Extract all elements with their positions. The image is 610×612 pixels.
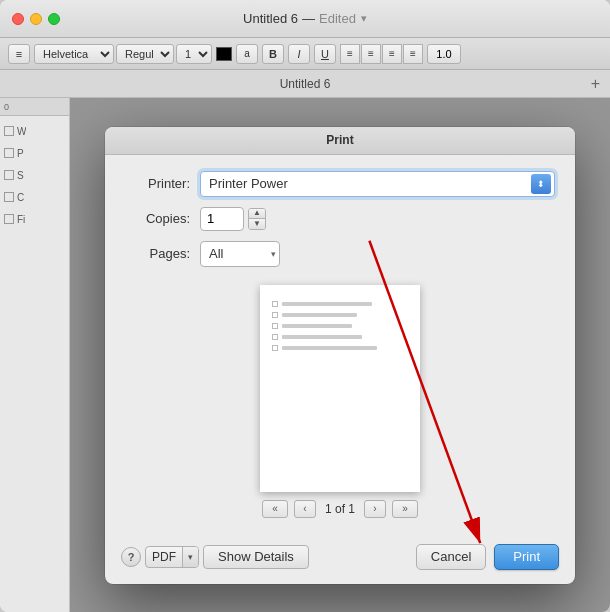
align-center-btn[interactable]: ≡ — [361, 44, 381, 64]
dialog-title: Print — [326, 133, 353, 147]
sidebar-item-3: S — [0, 164, 69, 186]
page-preview — [260, 285, 420, 492]
title-bar: Untitled 6 — Edited ▾ — [0, 0, 610, 38]
pages-select-wrapper: All ▾ — [200, 241, 280, 267]
tab-bar: Untitled 6 + — [0, 70, 610, 98]
printer-select-wrapper: Printer Power ⬍ — [200, 171, 555, 197]
copies-decrement-btn[interactable]: ▼ — [249, 219, 265, 229]
page-navigation: « ‹ 1 of 1 › » — [262, 500, 418, 518]
help-button[interactable]: ? — [121, 547, 141, 567]
preview-text-3 — [282, 324, 352, 328]
preview-text-4 — [282, 335, 362, 339]
document-status: Edited — [319, 11, 356, 26]
pdf-label: PDF — [146, 550, 182, 564]
next-page-btn[interactable]: › — [364, 500, 386, 518]
copies-label: Copies: — [125, 211, 190, 226]
prev-page-btn[interactable]: ‹ — [294, 500, 316, 518]
sidebar-label-3: S — [17, 170, 24, 181]
pdf-button[interactable]: PDF ▾ — [145, 546, 199, 568]
preview-line-3 — [272, 323, 408, 329]
sidebar-label-4: C — [17, 192, 24, 203]
font-style-select[interactable]: Regular — [116, 44, 174, 64]
align-group: ≡ ≡ ≡ ≡ — [340, 44, 423, 64]
title-separator: — — [302, 11, 315, 26]
line-spacing-control[interactable]: 1.0 — [427, 44, 461, 64]
close-button[interactable] — [12, 13, 24, 25]
copies-input-wrap: ▲ ▼ — [200, 207, 266, 231]
printer-label: Printer: — [125, 176, 190, 191]
list-icon: ≡ — [16, 48, 22, 60]
cancel-button[interactable]: Cancel — [416, 544, 486, 570]
sidebar-label-5: Fi — [17, 214, 25, 225]
printer-select-arrow: ⬍ — [531, 174, 551, 194]
font-size-select[interactable]: 12 — [176, 44, 212, 64]
preview-text-1 — [282, 302, 372, 306]
align-justify-btn[interactable]: ≡ — [403, 44, 423, 64]
dialog-title-bar: Print — [105, 127, 575, 155]
checkbox-5[interactable] — [4, 214, 14, 224]
pages-select[interactable]: All — [200, 241, 280, 267]
print-button[interactable]: Print — [494, 544, 559, 570]
align-left-btn[interactable]: ≡ — [340, 44, 360, 64]
preview-text-2 — [282, 313, 357, 317]
sidebar-item-1: W — [0, 120, 69, 142]
printer-select[interactable]: Printer Power — [200, 171, 555, 197]
add-tab-btn[interactable]: + — [591, 76, 600, 92]
window-title: Untitled 6 — Edited ▾ — [243, 11, 367, 26]
dialog-overlay: Print Printer: Printer Power — [70, 98, 610, 612]
first-page-btn[interactable]: « — [262, 500, 288, 518]
printer-row: Printer: Printer Power ⬍ — [125, 171, 555, 197]
font-color-icon[interactable]: a — [236, 44, 258, 64]
document-title: Untitled 6 — [243, 11, 298, 26]
footer-left: ? PDF ▾ Show Details — [121, 545, 309, 569]
bold-btn[interactable]: B — [262, 44, 284, 64]
list-icon-btn[interactable]: ≡ — [8, 44, 30, 64]
checkbox-1[interactable] — [4, 126, 14, 136]
preview-checkbox-3 — [272, 323, 278, 329]
app-window: Untitled 6 — Edited ▾ ≡ Helvetica Regula… — [0, 0, 610, 612]
dialog-body: Printer: Printer Power ⬍ — [105, 155, 575, 536]
sidebar-item-5: Fi — [0, 208, 69, 230]
preview-line-4 — [272, 334, 408, 340]
traffic-lights — [12, 13, 60, 25]
copies-increment-btn[interactable]: ▲ — [249, 209, 265, 219]
preview-line-1 — [272, 301, 408, 307]
underline-btn[interactable]: U — [314, 44, 336, 64]
sidebar: 0 W P S C — [0, 98, 70, 612]
checkbox-2[interactable] — [4, 148, 14, 158]
show-details-button[interactable]: Show Details — [203, 545, 309, 569]
align-right-btn[interactable]: ≡ — [382, 44, 402, 64]
pdf-dropdown-arrow: ▾ — [182, 547, 198, 567]
footer-right: Cancel Print — [416, 544, 559, 570]
preview-line-5 — [272, 345, 408, 351]
page-preview-content — [260, 285, 420, 372]
preview-checkbox-5 — [272, 345, 278, 351]
dialog-footer: ? PDF ▾ Show Details Cancel Print — [105, 536, 575, 584]
title-dropdown-icon[interactable]: ▾ — [361, 12, 367, 25]
copies-row: Copies: ▲ ▼ — [125, 207, 555, 231]
document-area[interactable]: Print Printer: Printer Power — [70, 98, 610, 612]
sidebar-label-2: P — [17, 148, 24, 159]
main-area: 0 W P S C — [0, 98, 610, 612]
font-family-select[interactable]: Helvetica — [34, 44, 114, 64]
pages-label: Pages: — [125, 246, 190, 261]
minimize-button[interactable] — [30, 13, 42, 25]
chevron-up-down-icon: ⬍ — [537, 179, 545, 189]
tab-title[interactable]: Untitled 6 — [280, 77, 331, 91]
preview-checkbox-2 — [272, 312, 278, 318]
preview-checkbox-4 — [272, 334, 278, 340]
fullscreen-button[interactable] — [48, 13, 60, 25]
copies-stepper: ▲ ▼ — [248, 208, 266, 230]
checkbox-3[interactable] — [4, 170, 14, 180]
italic-btn[interactable]: I — [288, 44, 310, 64]
page-number: 1 of 1 — [322, 502, 358, 516]
sidebar-item-4: C — [0, 186, 69, 208]
preview-text-5 — [282, 346, 377, 350]
last-page-btn[interactable]: » — [392, 500, 418, 518]
checkbox-4[interactable] — [4, 192, 14, 202]
sidebar-item-2: P — [0, 142, 69, 164]
copies-input[interactable] — [200, 207, 244, 231]
toolbar: ≡ Helvetica Regular 12 a B I U ≡ ≡ ≡ ≡ 1… — [0, 38, 610, 70]
color-picker[interactable] — [216, 47, 232, 61]
preview-line-2 — [272, 312, 408, 318]
